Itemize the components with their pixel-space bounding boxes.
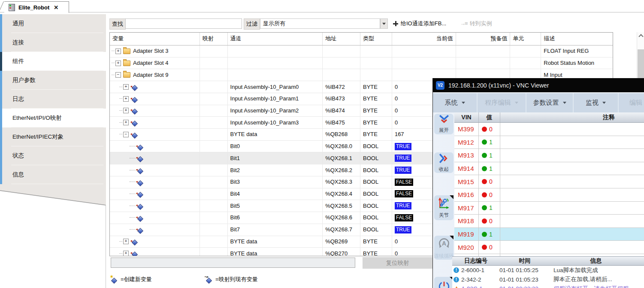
- add-fb-to-io-channel-button[interactable]: 给IO通道添加FB...: [393, 18, 446, 29]
- mapped-variable-icon: ↖: [131, 84, 137, 90]
- sidebar-item-label: EtherNet/IPI/O映射: [12, 114, 62, 122]
- sidebar-item-组件[interactable]: 组件: [0, 52, 106, 71]
- io-cell-mapping: [200, 164, 228, 176]
- sidebar-item-label: 日志: [12, 95, 24, 103]
- scroll-up-button[interactable]: [637, 32, 644, 39]
- column-header-映射[interactable]: 映射: [200, 33, 228, 45]
- column-header-地址[interactable]: 地址: [323, 33, 360, 45]
- sidebar-item-状态[interactable]: 状态: [0, 146, 106, 165]
- sidebar-item-label: 用户参数: [12, 76, 36, 84]
- vin-row-M914[interactable]: M9141: [454, 162, 644, 176]
- tree-expander-icon[interactable]: +: [123, 251, 129, 256]
- io-cell-channel: Bit2: [228, 164, 323, 176]
- column-header-类型[interactable]: 类型: [360, 33, 392, 45]
- sidebar-item-信息[interactable]: 信息: [0, 165, 106, 184]
- chevron-down-icon: [382, 23, 386, 25]
- tree-expander-icon[interactable]: −: [115, 72, 121, 78]
- reset-mapping-button[interactable]: 复位映射: [363, 257, 432, 269]
- close-icon[interactable]: ✕: [54, 4, 58, 11]
- value-text: 0: [395, 105, 398, 116]
- column-header-单元[interactable]: 单元: [510, 33, 541, 45]
- tree-expander-icon[interactable]: +: [123, 120, 129, 125]
- side-button-收起[interactable]: 收起: [434, 152, 454, 173]
- tree-expander-icon[interactable]: +: [123, 239, 129, 244]
- vin-row-M919[interactable]: M9191: [454, 228, 644, 241]
- column-header-描述[interactable]: 描述: [541, 33, 613, 45]
- vin-row-M399[interactable]: M3990: [454, 123, 644, 136]
- column-header-预备值[interactable]: 预备值: [456, 33, 511, 45]
- menu-item-系统[interactable]: 系统: [433, 93, 477, 112]
- tree-connector: [130, 217, 136, 218]
- vin-label: M913: [454, 152, 474, 159]
- column-header-信息: 信息: [550, 257, 644, 265]
- tree-connector: [112, 63, 115, 64]
- io-cell-variable: +↖: [110, 105, 200, 117]
- tree-expander-icon[interactable]: −: [123, 132, 129, 137]
- status-value: 0: [489, 178, 493, 185]
- io-cell-address: %IB475: [323, 117, 360, 128]
- document-tab-elite-robot[interactable]: Elite_Robot ✕: [4, 1, 69, 13]
- menu-item-监视[interactable]: 监视: [574, 93, 618, 112]
- column-header-注释: 注释: [500, 112, 644, 122]
- column-header-时间: 时间: [499, 257, 550, 265]
- sidebar-item-用户参数[interactable]: 用户参数: [0, 71, 106, 90]
- mapped-variable-icon: ↖: [136, 179, 143, 185]
- vin-row-M918[interactable]: M9180: [454, 215, 644, 228]
- io-table-row[interactable]: +Adapter Slot 4Robot Status Motion: [110, 58, 613, 70]
- log-row[interactable]: !2-342-201-01 01:05:23脚本正在加载,请稍后...: [452, 275, 644, 285]
- vin-row-M916[interactable]: M9160: [454, 188, 644, 202]
- menu-item-程序编辑[interactable]: 程序编辑: [478, 93, 526, 112]
- io-cell-address: %QX268.5: [323, 200, 360, 212]
- find-input[interactable]: [125, 18, 242, 29]
- tree-expander-icon[interactable]: +: [123, 108, 129, 113]
- tree-connector: [112, 75, 115, 76]
- column-header-通道[interactable]: 通道: [228, 33, 323, 45]
- io-cell-mapping: [200, 81, 228, 93]
- device-icon: [9, 4, 15, 11]
- log-cell-id: !2-6000-1: [452, 267, 499, 273]
- column-header-变量[interactable]: 变量: [110, 33, 200, 45]
- io-table-row[interactable]: +Adapter Slot 3FLOAT Input REG: [110, 45, 613, 58]
- side-button-label: 连续循环: [434, 253, 454, 259]
- tree-connector: [130, 194, 136, 194]
- tree-expander-icon[interactable]: +: [115, 61, 121, 66]
- vin-row-M913[interactable]: M9131: [454, 149, 644, 162]
- column-header-当前值[interactable]: 当前值: [392, 33, 456, 45]
- io-cell-address: %QX268.0: [323, 141, 360, 152]
- vin-row-M912[interactable]: M9121: [454, 136, 644, 149]
- menu-item-编辑[interactable]: 编辑: [619, 93, 644, 112]
- vin-row-M915[interactable]: M9150: [454, 175, 644, 188]
- log-row[interactable]: !1-92C-101-01 00:22:23伺服没有打开，请先打开伺服: [452, 284, 644, 288]
- vin-cell-comment: [500, 241, 644, 254]
- sidebar-item-连接[interactable]: 连接: [0, 33, 106, 52]
- vin-label: M919: [454, 230, 474, 238]
- tree-expander-icon[interactable]: +: [115, 49, 121, 54]
- tree-expander-icon[interactable]: +: [123, 96, 129, 102]
- side-button-展开[interactable]: 展开: [434, 114, 454, 134]
- add-fb-label: 给IO通道添加FB...: [401, 20, 446, 27]
- goto-instance-button[interactable]: →≡ 转到实例: [460, 18, 492, 29]
- log-row[interactable]: !2-6000-101-01 01:05:25Lua脚本加载完成: [452, 266, 644, 275]
- side-button-关节[interactable]: 关节: [434, 195, 454, 220]
- side-button-连续循环[interactable]: A连续循环: [434, 236, 454, 260]
- tree-connector: [119, 110, 122, 111]
- menu-item-参数设置[interactable]: 参数设置: [526, 93, 573, 112]
- sidenav-slant: [0, 190, 106, 206]
- sidebar-item-通用[interactable]: 通用: [0, 14, 106, 33]
- io-cell-type: BOOL: [360, 141, 392, 152]
- sidebar-item-日志[interactable]: 日志: [0, 90, 106, 109]
- mapped-variable-icon: ↖: [136, 155, 143, 161]
- tree-expander-icon[interactable]: +: [123, 84, 129, 90]
- side-button-power-icon[interactable]: [434, 277, 454, 288]
- vnc-title-bar[interactable]: V2 192.168.1.200 (x11vnc) - VNC Viewer: [433, 78, 644, 92]
- io-cell-address: %QX268.7: [323, 224, 360, 236]
- sidebar-item-EtherNet/IPI/O映射[interactable]: EtherNet/IPI/O映射: [0, 109, 106, 127]
- vin-cell-name: M915: [454, 175, 479, 188]
- goto-instance-label: 转到实例: [470, 20, 492, 27]
- sidebar-item-EtherNet/IPIEC对象[interactable]: EtherNet/IPIEC对象: [0, 127, 106, 146]
- io-cell-address: %IB472: [323, 81, 360, 93]
- vin-row-M917[interactable]: M9171: [454, 202, 644, 215]
- vin-row-M920[interactable]: M9200: [454, 241, 644, 254]
- filter-dropdown-button[interactable]: [380, 18, 388, 29]
- filter-select[interactable]: 显示所有: [260, 18, 380, 29]
